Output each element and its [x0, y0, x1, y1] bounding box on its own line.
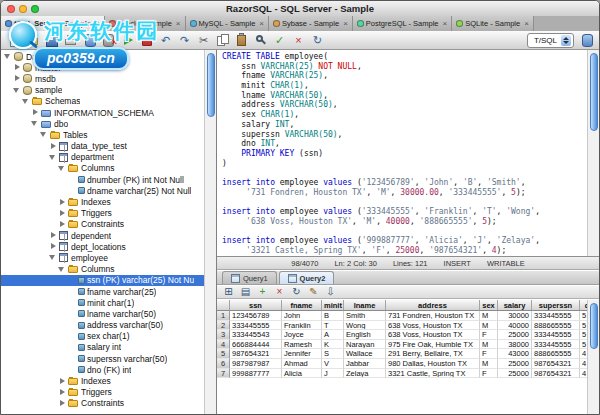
- tree-node[interactable]: master: [1, 62, 204, 73]
- tree-node[interactable]: Indexes: [1, 375, 204, 386]
- tree-node[interactable]: salary int: [1, 342, 204, 353]
- print-icon[interactable]: [62, 32, 79, 48]
- grid-view-icon[interactable]: ⊞: [221, 286, 236, 298]
- table-row[interactable]: 5987654321JenniferSWallace291 Berry, Bel…: [217, 349, 587, 359]
- close-tab-icon[interactable]: ×: [343, 19, 348, 28]
- undo-icon[interactable]: ↶: [157, 32, 174, 48]
- expand-arrow-icon[interactable]: [49, 231, 58, 240]
- document-tab[interactable]: Sybase - Sample×: [269, 16, 353, 31]
- tree-node[interactable]: Columns: [1, 264, 204, 275]
- close-tab-icon[interactable]: ×: [176, 19, 181, 28]
- expand-arrow-icon[interactable]: [58, 399, 67, 408]
- tree-node[interactable]: Triggers: [1, 208, 204, 219]
- new-file-icon[interactable]: [5, 32, 22, 48]
- editor-scrollbar-thumb[interactable]: [590, 53, 598, 131]
- column-header[interactable]: dno: [580, 300, 587, 311]
- tree-node[interactable]: employee: [1, 252, 204, 263]
- expand-arrow-icon[interactable]: [58, 220, 67, 229]
- tree-node[interactable]: fname varchar(25): [1, 286, 204, 297]
- text-view-icon[interactable]: ▤: [238, 286, 253, 298]
- editor-scrollbar[interactable]: [587, 50, 599, 256]
- tree-node[interactable]: Indexes: [1, 196, 204, 207]
- disconnect-database-icon[interactable]: [100, 32, 117, 48]
- query-tab[interactable]: Query1: [222, 271, 277, 284]
- tree-scrollbar[interactable]: [204, 50, 216, 414]
- collapse-arrow-icon[interactable]: [31, 119, 40, 128]
- export-results-icon[interactable]: ⇩: [323, 286, 338, 298]
- column-header[interactable]: salary: [498, 300, 532, 311]
- tree-node[interactable]: Columns: [1, 163, 204, 174]
- paste-icon[interactable]: [233, 32, 250, 48]
- commit-icon[interactable]: ✓: [271, 32, 288, 48]
- expand-arrow-icon[interactable]: [58, 198, 67, 207]
- tree-node[interactable]: data_type_test: [1, 141, 204, 152]
- table-row[interactable]: 7999887777AliciaJZelaya3321 Castle, Spri…: [217, 369, 587, 379]
- database-browser-icon[interactable]: [578, 32, 595, 48]
- tree-node[interactable]: Databases: [1, 51, 204, 62]
- results-scrollbar-thumb[interactable]: [590, 303, 598, 349]
- close-tab-icon[interactable]: ×: [442, 19, 447, 28]
- column-header[interactable]: ssn: [230, 300, 282, 311]
- column-header[interactable]: address: [386, 300, 480, 311]
- close-tab-icon[interactable]: ×: [259, 19, 264, 28]
- document-tab[interactable]: *SQL Server - Sample×: [1, 16, 105, 31]
- tree-node[interactable]: dept_locations: [1, 241, 204, 252]
- column-header[interactable]: fname: [282, 300, 322, 311]
- execute-sql-icon[interactable]: [119, 32, 136, 48]
- copy-icon[interactable]: [214, 32, 231, 48]
- collapse-arrow-icon[interactable]: [58, 265, 67, 274]
- find-icon[interactable]: [252, 32, 269, 48]
- collapse-arrow-icon[interactable]: [49, 253, 58, 262]
- tree-node[interactable]: Constraints: [1, 398, 204, 409]
- tree-node[interactable]: Constraints: [1, 219, 204, 230]
- table-row[interactable]: 4666884444RameshKNarayan975 Fire Oak, Hu…: [217, 340, 587, 350]
- tree-node[interactable]: Schemas: [1, 96, 204, 107]
- connect-database-icon[interactable]: [81, 32, 98, 48]
- tree-node[interactable]: dno (FK) int: [1, 364, 204, 375]
- zoom-button[interactable]: [31, 5, 39, 13]
- tree-node[interactable]: minit char(1): [1, 297, 204, 308]
- save-icon[interactable]: [43, 32, 60, 48]
- sql-editor[interactable]: CREATE TABLE employee( ssn VARCHAR(25) N…: [217, 50, 587, 256]
- collapse-arrow-icon[interactable]: [4, 52, 13, 61]
- expand-arrow-icon[interactable]: [13, 74, 22, 83]
- refresh-results-icon[interactable]: ↻: [289, 286, 304, 298]
- expand-arrow-icon[interactable]: [13, 63, 22, 72]
- results-scrollbar[interactable]: [587, 300, 599, 414]
- document-tab[interactable]: Oracle - Sample×: [105, 16, 186, 31]
- table-row[interactable]: 6987987987AhmadVJabbar980 Dallas, Housto…: [217, 359, 587, 369]
- tree-node[interactable]: department: [1, 152, 204, 163]
- table-row[interactable]: 1123456789JohnBSmith731 Fondren, Houston…: [217, 311, 587, 321]
- table-row[interactable]: 3333445543JoyceAEnglish638 Voss, Houston…: [217, 330, 587, 340]
- tree-node[interactable]: INFORMATION_SCHEMA: [1, 107, 204, 118]
- tree-node[interactable]: superssn varchar(50): [1, 353, 204, 364]
- tree-scrollbar-thumb[interactable]: [207, 53, 215, 117]
- stop-execution-icon[interactable]: [138, 32, 155, 48]
- tree-node[interactable]: dname varchar(25) Not Null: [1, 185, 204, 196]
- document-tab[interactable]: PostgreSQL - Sample×: [353, 16, 452, 31]
- collapse-arrow-icon[interactable]: [49, 153, 58, 162]
- expand-arrow-icon[interactable]: [49, 142, 58, 151]
- refresh-icon[interactable]: ↻: [309, 32, 326, 48]
- title-bar[interactable]: RazorSQL - SQL Server - Sample: [1, 1, 599, 17]
- column-header[interactable]: minit: [322, 300, 344, 311]
- collapse-arrow-icon[interactable]: [13, 86, 22, 95]
- minimize-button[interactable]: [19, 5, 27, 13]
- close-tab-icon[interactable]: ×: [95, 19, 100, 28]
- tree-node[interactable]: ssn (PK) varchar(25) Not Nu: [1, 275, 204, 286]
- document-tab[interactable]: SQLite - Sample×: [452, 16, 534, 31]
- tree-node[interactable]: dnumber (PK) int Not Null: [1, 174, 204, 185]
- close-tab-icon[interactable]: ×: [524, 19, 529, 28]
- column-header[interactable]: superssn: [532, 300, 580, 311]
- tree-node[interactable]: lname varchar(50): [1, 308, 204, 319]
- open-file-icon[interactable]: [24, 32, 41, 48]
- tree-node[interactable]: dependent: [1, 230, 204, 241]
- tree-node[interactable]: Tables: [1, 129, 204, 140]
- table-row[interactable]: 2333445555FranklinTWong638 Voss, Houston…: [217, 321, 587, 331]
- tree-node[interactable]: sample: [1, 85, 204, 96]
- stepper-icon[interactable]: [561, 35, 571, 46]
- column-header[interactable]: lname: [344, 300, 386, 311]
- delete-row-icon[interactable]: ×: [272, 286, 287, 298]
- expand-arrow-icon[interactable]: [58, 388, 67, 397]
- redo-icon[interactable]: ↷: [176, 32, 193, 48]
